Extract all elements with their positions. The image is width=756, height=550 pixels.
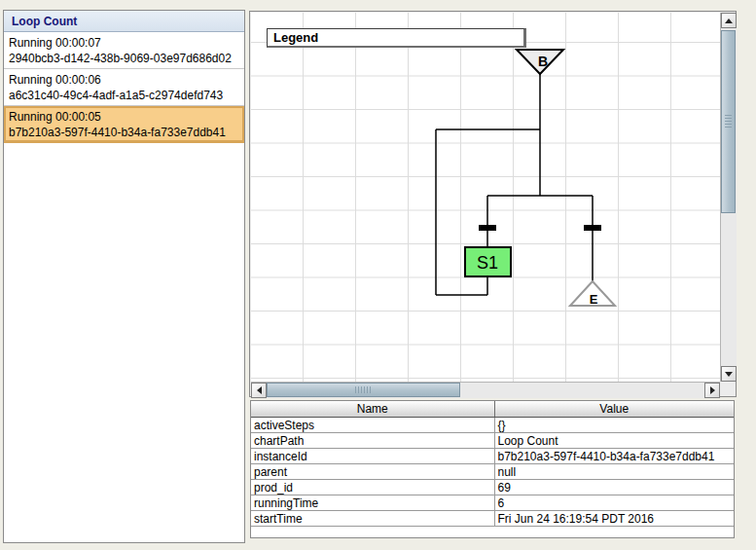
column-header-name[interactable]: Name (251, 401, 494, 418)
prop-value: 6 (494, 495, 734, 511)
thumb-grip-icon (355, 386, 373, 393)
vertical-scrollbar-thumb[interactable] (721, 30, 736, 213)
scroll-up-button[interactable] (721, 13, 737, 28)
scroll-left-icon (257, 386, 262, 394)
chart-canvas[interactable]: Legend B (251, 13, 720, 382)
prop-name: activeSteps (251, 418, 494, 433)
properties-table-panel: Name Value activeSteps {} chartPath Loop… (250, 400, 735, 538)
instance-status: Running 00:00:07 (9, 35, 239, 51)
prop-name: runningTime (251, 495, 494, 511)
horizontal-scrollbar[interactable] (251, 382, 720, 398)
prop-name: chartPath (251, 433, 494, 449)
instance-id: a6c31c40-49c4-4adf-a1a5-c2974defd743 (9, 88, 239, 103)
table-row[interactable]: activeSteps {} (251, 418, 734, 433)
prop-value: b7b210a3-597f-4410-b34a-fa733e7ddb41 (494, 449, 734, 464)
properties-table: Name Value activeSteps {} chartPath Loop… (251, 401, 734, 527)
prop-name: parent (251, 464, 494, 480)
chart-viewer-panel: Legend B (249, 11, 737, 397)
instance-item[interactable]: Running 00:00:06 a6c31c40-49c4-4adf-a1a5… (4, 69, 244, 106)
scroll-right-button[interactable] (704, 383, 720, 398)
horizontal-scrollbar-thumb[interactable] (267, 383, 460, 397)
instance-list: Running 00:00:07 2940bcb3-d142-438b-9069… (4, 32, 244, 542)
instance-item-selected[interactable]: Running 00:00:05 b7b210a3-597f-4410-b34a… (4, 106, 244, 143)
prop-value: Fri Jun 24 16:19:54 PDT 2016 (494, 511, 734, 527)
list-title: Loop Count (4, 11, 244, 32)
prop-name: instanceId (251, 449, 494, 464)
end-node-label: E (590, 292, 598, 307)
flowchart: B S1 E (251, 13, 720, 382)
scroll-left-button[interactable] (251, 383, 267, 398)
table-row[interactable]: parent null (251, 464, 734, 480)
transition-bar[interactable] (584, 225, 601, 231)
table-row[interactable]: chartPath Loop Count (251, 433, 734, 449)
prop-value: null (494, 464, 734, 480)
prop-value: 69 (494, 480, 734, 495)
begin-node-label: B (538, 54, 548, 69)
thumb-grip-icon (725, 115, 732, 128)
prop-name: startTime (251, 511, 494, 527)
prop-value: Loop Count (494, 433, 734, 449)
prop-name: prod_id (251, 480, 494, 495)
table-row[interactable]: instanceId b7b210a3-597f-4410-b34a-fa733… (251, 449, 734, 464)
instance-item[interactable]: Running 00:00:07 2940bcb3-d142-438b-9069… (4, 32, 244, 69)
instance-status: Running 00:00:05 (9, 109, 239, 125)
step-node-label: S1 (477, 253, 498, 273)
prop-value: {} (494, 418, 734, 433)
table-row[interactable]: prod_id 69 (251, 480, 734, 495)
app-window: Loop Count Running 00:00:07 2940bcb3-d14… (0, 0, 756, 550)
scroll-down-icon (725, 372, 733, 377)
vertical-scrollbar[interactable] (720, 13, 737, 382)
column-header-value[interactable]: Value (494, 401, 734, 418)
transition-bar[interactable] (479, 225, 496, 231)
instance-id: 2940bcb3-d142-438b-9069-03e97d686d02 (9, 51, 239, 66)
scroll-up-icon (725, 18, 733, 23)
table-row[interactable]: startTime Fri Jun 24 16:19:54 PDT 2016 (251, 511, 734, 527)
table-row[interactable]: runningTime 6 (251, 495, 734, 511)
table-header-row: Name Value (251, 401, 734, 418)
scroll-right-icon (710, 386, 715, 394)
flow-connectors (436, 74, 593, 295)
scroll-down-button[interactable] (721, 366, 737, 382)
instance-id: b7b210a3-597f-4410-b34a-fa733e7ddb41 (9, 125, 239, 140)
instance-list-panel: Loop Count Running 00:00:07 2940bcb3-d14… (3, 10, 245, 543)
instance-status: Running 00:00:06 (9, 72, 239, 88)
